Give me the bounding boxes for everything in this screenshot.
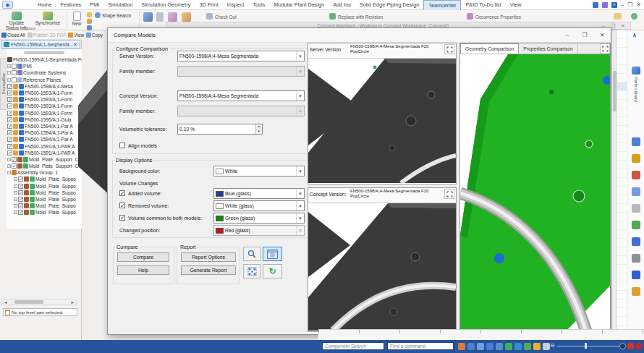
expander-icon[interactable] [14, 210, 17, 214]
comparison-fit-button[interactable] [600, 43, 610, 54]
server-version-viewport[interactable]: Server Version FN500-1598/A;4-Mesa Segme… [308, 43, 457, 184]
check-out-label[interactable]: Check Out [215, 14, 237, 20]
background-color-select[interactable]: White▼ [213, 166, 305, 176]
tree-checkbox[interactable]: ✓ [18, 184, 23, 189]
synchronize-button[interactable]: Synchronize [33, 12, 62, 26]
zoom-area-icon[interactable] [477, 343, 484, 350]
horizontal-scrollbar[interactable]: ◄ ► [1, 299, 77, 305]
pan-icon[interactable] [505, 343, 512, 350]
tree-checkbox[interactable] [12, 77, 17, 82]
comparison-3d-view[interactable] [460, 54, 610, 331]
tree-checkbox[interactable]: ✓ [7, 144, 12, 149]
tree-item[interactable]: ✓FN500-1593/A;1-Form [7, 96, 82, 103]
added-volume-select[interactable]: Blue (glass)▼ [213, 188, 305, 199]
expander-icon[interactable] [7, 171, 11, 174]
share-icon[interactable] [87, 25, 92, 30]
tree-item[interactable]: ✓FN500-1594/A;1-Par A [7, 129, 82, 136]
application-button[interactable]: ◆ [2, 1, 13, 9]
tree-checkbox[interactable]: ✓ [12, 163, 17, 169]
tree-item[interactable]: ✓FN500-1591/A;1-PAR A [7, 143, 82, 149]
spin-down-icon[interactable]: ▼ [256, 129, 262, 134]
new-button[interactable]: New [69, 12, 84, 27]
refresh-tool-button[interactable]: ↻ [263, 264, 282, 278]
add-icon[interactable] [631, 13, 637, 20]
select-tools-icon[interactable] [632, 254, 640, 263]
added-volume-checkbox[interactable]: ✓ [119, 190, 125, 196]
expander-icon[interactable] [14, 204, 17, 208]
concept-3d-view[interactable] [308, 203, 456, 331]
compare-button[interactable]: Compare [117, 252, 169, 262]
tab-add-ins[interactable]: Add Ins [329, 0, 355, 10]
tree-item[interactable]: Reference Planes [7, 77, 82, 83]
help-button[interactable]: Help [117, 265, 169, 275]
tab-geometry-comparison[interactable]: Geometry Comparison [460, 43, 519, 54]
show-model-tool-button[interactable] [263, 247, 282, 261]
dialog-close-icon[interactable]: ✕ [593, 28, 611, 42]
shape-search-label[interactable]: Shape Search [102, 13, 131, 18]
align-models-checkbox[interactable] [119, 143, 125, 148]
tree-item[interactable]: ✓FN500-1594/A;1-Par A [7, 136, 82, 143]
promptbar-tab[interactable]: PromptBar [0, 58, 7, 110]
tab-view[interactable]: View [506, 0, 526, 10]
report-options-button[interactable]: Report Options [181, 252, 236, 262]
close-all-button[interactable]: Close All [1, 33, 25, 38]
removed-volume-select[interactable]: White (glass)▼ [213, 200, 305, 211]
tree-checkbox[interactable]: ✓ [7, 97, 12, 102]
save-icon[interactable] [87, 19, 92, 24]
tree-checkbox[interactable]: ✓ [7, 124, 12, 129]
record-icon[interactable] [619, 343, 626, 349]
expander-icon[interactable] [14, 197, 17, 201]
tree-item[interactable]: ✓Mold_Plate_Suppo [7, 203, 82, 209]
tree-checkbox[interactable]: ✓ [7, 117, 12, 122]
sensors-icon[interactable] [632, 204, 640, 213]
tab-simulation[interactable]: Simulation [103, 0, 137, 10]
named-views-icon[interactable] [467, 343, 475, 350]
component-search-input[interactable]: Component Search [322, 342, 384, 350]
ribbon-tool-icon[interactable] [143, 12, 153, 22]
doc-mini-icon2[interactable] [602, 2, 608, 8]
minimize-icon[interactable]: – [621, 2, 624, 8]
expander-icon[interactable] [14, 184, 17, 188]
tree-checkbox[interactable]: ✓ [7, 84, 12, 89]
collapse-chevron-icon[interactable]: ∧ [632, 32, 637, 38]
tree-checkbox[interactable]: ✓ [7, 137, 12, 142]
server-3d-view[interactable] [308, 59, 456, 183]
dialog-minimize-icon[interactable]: – [559, 28, 576, 42]
doc-mini-icon[interactable] [593, 2, 598, 8]
tree-item[interactable]: ✓FN500-1591/A;1-PAR A [7, 150, 82, 156]
common-volume-checkbox[interactable]: ✓ [119, 215, 125, 221]
close-icon[interactable]: ✕ [636, 2, 641, 8]
expander-icon[interactable] [7, 158, 11, 161]
notes-icon[interactable] [632, 287, 640, 296]
tab-pmi[interactable]: PMI [85, 0, 103, 10]
volumetric-tolerance-input[interactable]: 0.10 % ▲▼ [177, 124, 263, 135]
document-close-icon[interactable]: ✕ [73, 42, 80, 48]
expander-icon[interactable] [7, 164, 11, 168]
tree-item[interactable]: Assembly Group_1 [7, 169, 82, 176]
fit-icon[interactable] [496, 343, 503, 350]
tree-item[interactable]: PMI [7, 63, 82, 69]
ribbon-tool-icon[interactable] [168, 12, 177, 22]
tree-checkbox[interactable]: ✓ [7, 150, 12, 156]
common-views-icon[interactable] [524, 343, 531, 350]
tree-item[interactable]: ✓Mold_Plate_Suppo [7, 196, 82, 203]
replace-with-revision-label[interactable]: Replace with Revision [338, 14, 383, 20]
view-styles-icon[interactable] [533, 343, 541, 350]
tab-3d-print[interactable]: 3D Print [195, 0, 222, 10]
layers-icon[interactable] [632, 187, 640, 196]
ribbon-tool-icon[interactable] [182, 12, 191, 22]
tree-checkbox[interactable] [12, 64, 17, 69]
open-icon[interactable] [87, 12, 92, 17]
ribbon-tool-icon[interactable] [156, 12, 164, 22]
tree-checkbox[interactable]: ✓ [7, 111, 12, 116]
tab-solid-edge-piping-design[interactable]: Solid Edge Piping Design [355, 0, 423, 10]
tree-item[interactable]: ✓Mold_Plate_Suppo [7, 209, 82, 216]
zoom-tool-button[interactable] [243, 247, 260, 261]
tree-checkbox[interactable]: ✓ [18, 197, 23, 202]
tab-modular-plant-design[interactable]: Modular Plant Design [269, 0, 329, 10]
tree-item[interactable]: ✓FN500-1595/A;1-Guia [7, 116, 82, 123]
tree-checkbox[interactable]: ✓ [7, 103, 12, 109]
tree-item[interactable]: ✓Mold_Plate_Suppo [7, 190, 82, 196]
tab-features[interactable]: Features [56, 0, 85, 10]
tee-icon[interactable] [632, 271, 640, 279]
